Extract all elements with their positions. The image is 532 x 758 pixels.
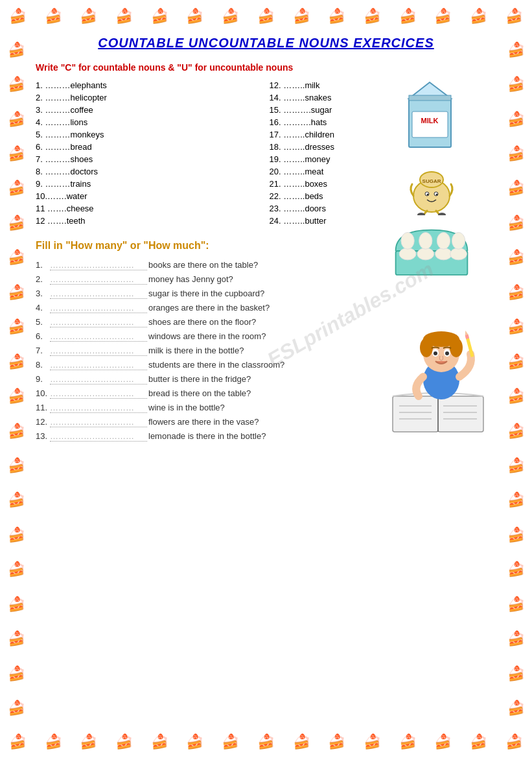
list-item: 1. ………………………… books are there on the tab… — [36, 258, 373, 272]
cake-icon: 🍰 — [507, 667, 525, 681]
svg-rect-2 — [412, 112, 448, 137]
item-number: 13. — [36, 431, 50, 441]
list-item: 5. ………monkeys — [36, 128, 263, 141]
section1: Write "C" for countable nouns & "U" for … — [36, 62, 496, 227]
cake-icon: 🍰 — [507, 43, 525, 57]
cake-icon: 🍰 — [186, 735, 203, 749]
cake-icon: 🍰 — [434, 735, 452, 749]
list-item: 12. ………………………… flowers are there in the … — [36, 415, 373, 429]
svg-point-38 — [450, 338, 463, 357]
item-number: 6. — [36, 331, 50, 341]
cake-icon: 🍰 — [470, 9, 487, 23]
cake-icon: 🍰 — [8, 250, 25, 265]
fill-blank: ………………………… — [50, 303, 147, 313]
cake-icon: 🍰 — [364, 735, 381, 749]
cake-icon: 🍰 — [507, 562, 525, 576]
border-right: 🍰 🍰 🍰 🍰 🍰 🍰 🍰 🍰 🍰 🍰 🍰 🍰 🍰 🍰 🍰 🍰 🍰 🍰 🍰 🍰 — [500, 32, 532, 726]
cake-icon: 🍰 — [507, 528, 525, 542]
main-content: COUNTABLE UNCOUNTABLE NOUNS EXERCICES Wr… — [36, 36, 496, 722]
cake-icon: 🍰 — [9, 735, 27, 749]
cake-icon: 🍰 — [8, 320, 25, 334]
cake-icon: 🍰 — [222, 9, 239, 23]
cake-icon: 🍰 — [507, 493, 525, 507]
cake-icon: 🍰 — [8, 181, 25, 195]
cake-icon: 🍰 — [507, 216, 525, 230]
cake-icon: 🍰 — [115, 9, 133, 23]
cake-icon: 🍰 — [8, 43, 25, 57]
cake-icon: 🍰 — [8, 77, 25, 91]
fill-blank: ………………………… — [50, 274, 147, 285]
cake-icon: 🍰 — [507, 389, 525, 403]
item-text: butter is there in the fridge? — [148, 374, 251, 384]
item-number: 3. — [36, 289, 50, 298]
item-number: 2. — [36, 274, 50, 284]
svg-point-37 — [420, 338, 433, 357]
cake-icon: 🍰 — [8, 424, 25, 438]
cake-icon: 🍰 — [8, 458, 25, 473]
svg-rect-25 — [393, 396, 438, 432]
nouns-col1: 1. ………elephants 2. ………helicopter 3. ………c… — [36, 79, 263, 227]
cake-icon: 🍰 — [328, 9, 345, 23]
cake-icon: 🍰 — [505, 735, 523, 749]
cake-icon: 🍰 — [507, 320, 525, 334]
page-title: COUNTABLE UNCOUNTABLE NOUNS EXERCICES — [36, 36, 496, 51]
cake-icon: 🍰 — [507, 355, 525, 369]
list-item: 9. ………trains — [36, 178, 263, 190]
fill-blank: ………………………… — [50, 374, 147, 385]
list-item: 12 …….teeth — [36, 215, 263, 227]
boy-reading-image — [386, 312, 496, 444]
section2-title: Fill in "How many" or "How much": — [36, 240, 496, 252]
svg-text:MILK: MILK — [421, 117, 439, 124]
cake-icon: 🍰 — [45, 735, 62, 749]
list-item: 8. ………………………… students are there in the … — [36, 358, 373, 372]
list-item: 7. ………………………… milk is there in the bottl… — [36, 344, 373, 358]
border-bottom: 🍰 🍰 🍰 🍰 🍰 🍰 🍰 🍰 🍰 🍰 🍰 🍰 🍰 🍰 🍰 — [0, 726, 532, 758]
item-text: money has Jenny got? — [148, 274, 233, 284]
svg-point-42 — [445, 351, 449, 355]
fill-blank: ………………………… — [50, 417, 147, 427]
cake-icon: 🍰 — [507, 597, 525, 611]
item-number: 8. — [36, 360, 50, 370]
cake-icon: 🍰 — [507, 112, 525, 126]
cake-icon: 🍰 — [507, 181, 525, 195]
item-text: lemonade is there in the bottle? — [148, 431, 266, 441]
cake-icon: 🍰 — [8, 632, 25, 646]
cake-icon: 🍰 — [364, 9, 381, 23]
cake-icon: 🍰 — [507, 147, 525, 161]
milk-carton-image: MILK — [399, 79, 464, 150]
cake-icon: 🍰 — [8, 355, 25, 369]
list-item: 3. ………coffee — [36, 104, 263, 116]
list-item: 4. ………lions — [36, 116, 263, 128]
list-item: 1. ………elephants — [36, 79, 263, 91]
list-item: 7. ………shoes — [36, 153, 263, 165]
cake-icon: 🍰 — [8, 147, 25, 161]
cake-icon: 🍰 — [507, 701, 525, 715]
list-item: 5. ………………………… shoes are there on the flo… — [36, 315, 373, 329]
cake-icon: 🍰 — [507, 285, 525, 300]
cake-icon: 🍰 — [151, 735, 168, 749]
cake-icon: 🍰 — [186, 9, 203, 23]
list-item: 11. ………………………… wine is in the bottle? — [36, 401, 373, 415]
cake-icon: 🍰 — [470, 735, 487, 749]
item-number: 12. — [36, 417, 50, 427]
fill-blank: ………………………… — [50, 431, 147, 442]
cake-icon: 🍰 — [8, 216, 25, 230]
cake-icon: 🍰 — [222, 735, 239, 749]
cake-icon: 🍰 — [399, 735, 417, 749]
cake-icon: 🍰 — [507, 424, 525, 438]
cake-icon: 🍰 — [8, 597, 25, 611]
cake-icon: 🍰 — [507, 250, 525, 265]
cake-icon: 🍰 — [45, 9, 62, 23]
cake-icon: 🍰 — [115, 735, 133, 749]
cake-icon: 🍰 — [507, 77, 525, 91]
svg-point-41 — [434, 351, 437, 355]
fill-blank: ………………………… — [50, 289, 147, 299]
item-text: windows are there in the room? — [148, 331, 266, 341]
item-text: wine is in the bottle? — [148, 403, 225, 412]
cake-icon: 🍰 — [80, 9, 97, 23]
fill-blank: ………………………… — [50, 331, 147, 342]
item-text: books are there on the table? — [148, 260, 258, 270]
fill-blank: ………………………… — [50, 346, 147, 356]
cake-icon: 🍰 — [507, 632, 525, 646]
cake-icon: 🍰 — [151, 9, 168, 23]
